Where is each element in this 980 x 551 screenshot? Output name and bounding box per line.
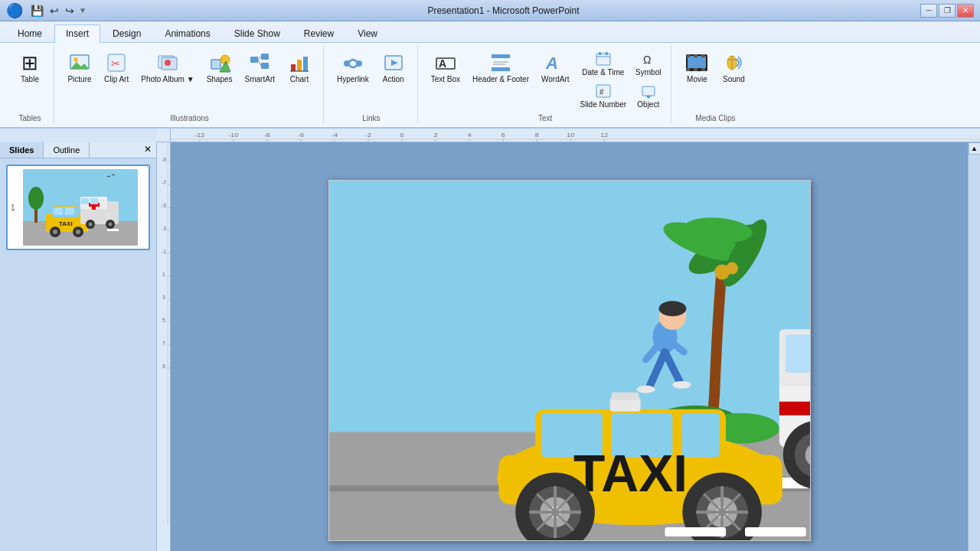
text-items: A Text Box Header & Footer [426, 47, 665, 111]
svg-rect-193 [665, 527, 726, 536]
links-items: Hyperlink Action [332, 47, 411, 111]
svg-rect-82 [107, 229, 119, 231]
wordart-icon: A [543, 51, 567, 75]
window-title: Presentation1 - Microsoft PowerPoint [87, 5, 920, 16]
svg-rect-88 [54, 207, 63, 215]
slide-canvas[interactable]: TAXI [328, 180, 811, 541]
right-scrollbar: ▲ ▼ [968, 142, 980, 551]
svg-text:4: 4 [468, 132, 472, 138]
svg-rect-18 [303, 57, 308, 71]
save-quick-btn[interactable]: 💾 [29, 3, 45, 18]
wordart-btn[interactable]: A WordArt [536, 47, 575, 86]
svg-rect-27 [492, 67, 510, 71]
textbox-icon: A [433, 51, 458, 75]
clipart-btn[interactable]: ✂ Clip Art [99, 47, 134, 86]
action-btn[interactable]: Action [376, 47, 411, 86]
svg-text:0: 0 [400, 132, 405, 138]
textbox-btn[interactable]: A Text Box [426, 47, 466, 86]
picture-label: Picture [67, 75, 91, 83]
slide-canvas-area[interactable]: TAXI [171, 142, 968, 551]
svg-text:8: 8 [535, 132, 540, 138]
ribbon-group-tables: ⊞ Table Tables [6, 46, 54, 124]
svg-text:-4: -4 [332, 132, 338, 138]
table-label: Table [21, 75, 39, 83]
scroll-track-v[interactable] [969, 155, 980, 551]
headerfooter-btn[interactable]: Header & Footer [467, 47, 534, 86]
hyperlink-btn[interactable]: Hyperlink [332, 47, 374, 86]
sound-btn[interactable]: Sound [716, 47, 751, 86]
svg-text:TAXI: TAXI [573, 445, 687, 502]
window-controls: ─ ❐ ✕ [920, 4, 974, 18]
movie-btn[interactable]: Movie [679, 47, 714, 86]
svg-rect-38 [642, 86, 655, 96]
slidenumber-btn[interactable]: # Slide Number [576, 80, 630, 111]
ribbon-group-mediaclips: Movie Sound Media Clips [673, 46, 757, 124]
links-group-label: Links [362, 111, 380, 122]
minimize-btn[interactable]: ─ [920, 4, 937, 18]
chart-btn[interactable]: Chart [282, 47, 317, 86]
photoalbum-btn[interactable]: Photo Album ▼ [136, 47, 199, 86]
svg-rect-45 [686, 68, 690, 71]
svg-text:2: 2 [434, 132, 439, 138]
panel-close-btn[interactable]: ✕ [139, 142, 156, 158]
smartart-btn[interactable]: SmartArt [240, 47, 280, 86]
symbol-label: Symbol [635, 68, 661, 77]
outline-tab[interactable]: Outline [44, 142, 90, 158]
svg-text:Ω: Ω [643, 54, 651, 66]
svg-rect-31 [596, 54, 610, 65]
ruler-vertical: -9 -7 -5 -3 -1 1 3 5 7 9 [157, 142, 171, 551]
tab-view[interactable]: View [346, 24, 389, 42]
slide-preview-1: TAXI [23, 169, 138, 246]
svg-text:-5: -5 [162, 203, 166, 208]
svg-rect-89 [65, 207, 74, 215]
svg-text:-7: -7 [162, 180, 166, 185]
tab-home[interactable]: Home [6, 24, 54, 42]
tab-animations[interactable]: Animations [153, 24, 221, 42]
svg-rect-43 [694, 54, 697, 57]
main-area: Slides Outline ✕ 1 [0, 142, 980, 551]
scroll-up-btn[interactable]: ▲ [969, 142, 981, 155]
svg-point-137 [726, 262, 738, 275]
svg-text:-8: -8 [264, 132, 270, 138]
undo-quick-btn[interactable]: ↩ [48, 3, 60, 18]
table-btn[interactable]: ⊞ Table [12, 47, 47, 86]
tab-insert[interactable]: Insert [54, 24, 100, 44]
chart-icon [287, 51, 312, 75]
ribbon-group-links: Hyperlink Action Links [325, 46, 418, 124]
svg-text:A: A [545, 54, 558, 73]
tab-review[interactable]: Review [292, 24, 345, 42]
svg-text:-10: -10 [228, 132, 238, 138]
svg-rect-17 [297, 60, 302, 71]
picture-btn[interactable]: Picture [62, 47, 97, 86]
textbox-label: Text Box [431, 75, 460, 83]
ribbon: Home Insert Design Animations Slide Show… [0, 21, 980, 129]
svg-text:-2: -2 [365, 132, 371, 138]
svg-point-93 [76, 230, 80, 234]
tab-design[interactable]: Design [101, 24, 152, 42]
symbol-btn[interactable]: Ω Symbol [632, 47, 665, 79]
office-logo[interactable]: 🔵 [6, 2, 23, 19]
tab-slideshow[interactable]: Slide Show [223, 24, 292, 42]
object-btn[interactable]: Object [632, 80, 665, 111]
slides-tab[interactable]: Slides [0, 142, 44, 158]
ruler-h-svg: -12 -10 -8 -6 -4 -2 0 2 4 6 8 10 12 [171, 129, 980, 142]
svg-rect-26 [492, 54, 510, 58]
text-group-label: Text [538, 111, 552, 122]
svg-rect-42 [686, 54, 690, 57]
mediaclips-group-label: Media Clips [695, 111, 735, 122]
close-btn[interactable]: ✕ [957, 4, 974, 18]
svg-text:9: 9 [162, 364, 165, 369]
svg-rect-152 [785, 334, 809, 373]
shapes-btn[interactable]: Shapes [201, 47, 238, 86]
quick-access-dropdown[interactable]: ▼ [79, 6, 87, 15]
slide-area: -9 -7 -5 -3 -1 1 3 5 7 9 [157, 142, 980, 551]
action-icon [381, 51, 406, 75]
restore-btn[interactable]: ❐ [939, 4, 956, 18]
titlebar: 🔵 💾 ↩ ↪ ▼ Presentation1 - Microsoft Powe… [0, 0, 980, 21]
redo-quick-btn[interactable]: ↪ [64, 3, 76, 18]
svg-text:-3: -3 [162, 226, 166, 231]
svg-text:5: 5 [162, 318, 165, 323]
datetime-btn[interactable]: Date & Time [576, 47, 630, 79]
slide-thumbnail-1[interactable]: 1 [6, 165, 150, 250]
svg-text:#: # [599, 88, 604, 96]
